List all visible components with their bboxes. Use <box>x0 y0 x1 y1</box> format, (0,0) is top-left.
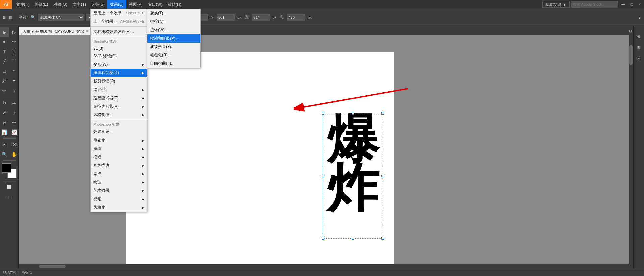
sel-handle-mr[interactable] <box>381 175 384 177</box>
sel-handle-br[interactable] <box>381 237 384 240</box>
menu-window[interactable]: 窗口(W) <box>145 0 165 9</box>
sub-roughen[interactable]: 波纹效果(Z)... <box>147 43 200 51</box>
effect-path[interactable]: 路径(P) ▶ <box>91 86 147 94</box>
menu-file[interactable]: 文件(F) <box>13 0 32 9</box>
scissors-tools: ✂ ⌫ <box>0 140 19 149</box>
arc-tool[interactable]: ⌒ <box>9 57 19 66</box>
eraser-tool[interactable]: ⌫ <box>9 140 19 149</box>
effect-distort-ps[interactable]: 扭曲 ▶ <box>91 145 147 153</box>
column-graph-tool[interactable]: 📊 <box>0 127 9 137</box>
effect-convert-shape[interactable]: 转换为形状(V) ▶ <box>91 102 147 111</box>
menu-object[interactable]: 对象(O) <box>51 0 70 9</box>
effect-stylize-ps[interactable]: 风格化 ▶ <box>91 203 147 212</box>
doc-effects-settings[interactable]: 文档栅格效果设置(E)... <box>91 27 147 36</box>
apply-last-effect[interactable]: 应用上一个效果 Shift+Ctrl+E <box>91 9 147 17</box>
menu-effects[interactable]: 效果(C) <box>107 0 126 9</box>
w-input[interactable] <box>252 14 270 21</box>
arrange-btn[interactable]: ⊞ <box>1 13 7 21</box>
sel-handle-tm[interactable] <box>352 112 354 115</box>
effect-svg[interactable]: SVG 滤镜(G) <box>91 52 147 60</box>
workspace-selector[interactable]: 基本功能 ▼ <box>542 1 570 8</box>
y-input[interactable] <box>217 14 235 21</box>
adobe-stock-search[interactable] <box>571 1 618 8</box>
brush-tool[interactable]: 🖌 <box>0 76 9 86</box>
area-type-tool[interactable]: T̲ <box>9 47 19 56</box>
effect-distort[interactable]: 扭曲和变换(D) ▶ <box>91 69 147 77</box>
menu-help[interactable]: 帮助(H) <box>165 0 184 9</box>
additional-tools-btn[interactable]: ⋯ <box>5 192 14 202</box>
effect-stylize[interactable]: 风格化(S) ▶ <box>91 111 147 119</box>
selection-tool[interactable]: ▶ <box>0 27 9 37</box>
more-options-btn[interactable]: ⋮ <box>636 13 643 21</box>
sub-twist[interactable]: 扭拧(K)... <box>147 17 200 26</box>
doc-tab[interactable]: 大董.ai @ 66.67% (CMYK/GPU 预览) × <box>19 27 92 35</box>
close-button[interactable]: × <box>636 0 643 9</box>
type-tool[interactable]: T <box>0 47 9 56</box>
rotate-tool[interactable]: ↻ <box>0 98 9 108</box>
hand-tool[interactable]: ✋ <box>9 150 19 159</box>
doc-tab-close[interactable]: × <box>86 27 88 35</box>
horizontal-scroll-thumb[interactable] <box>39 265 66 268</box>
font-family-select[interactable]: 思源黑体 CN <box>37 14 84 21</box>
effect-pathfinder[interactable]: 路径查找器(F) ▶ <box>91 94 147 102</box>
pencil-tools: ✏ ⌇ <box>0 86 19 95</box>
reflect-tool[interactable]: ⇔ <box>9 98 19 108</box>
sub-rotate[interactable]: 扭转(W)... <box>147 26 200 34</box>
warp-tool[interactable]: ⌀ <box>0 118 9 127</box>
sel-handle-tr[interactable] <box>381 112 384 115</box>
fill-color[interactable] <box>2 163 11 173</box>
puppet-warp-tool[interactable]: ⊹ <box>9 118 19 127</box>
effect-artistic[interactable]: 艺术效果 ▶ <box>91 186 147 195</box>
ellipse-tool[interactable]: ○ <box>9 66 19 76</box>
last-effect[interactable]: 上一个效果... Alt+Shift+Ctrl+E <box>91 17 147 26</box>
sel-handle-tl[interactable] <box>322 112 324 115</box>
sub-roughen2[interactable]: 粗糙化(R)... <box>147 51 200 59</box>
effect-texture[interactable]: 纹理 ▶ <box>91 178 147 186</box>
sel-handle-bm[interactable] <box>352 237 354 240</box>
minimize-button[interactable]: — <box>619 0 627 9</box>
pencil-tool[interactable]: ✏ <box>0 86 9 95</box>
effect-gallery[interactable]: 效果画廊... <box>91 128 147 136</box>
curvature-tool[interactable]: 〜 <box>9 37 19 47</box>
sub-free-distort[interactable]: 自由扭曲(F)... <box>147 59 200 68</box>
menu-text[interactable]: 文字(T) <box>70 0 89 9</box>
sub-transform[interactable]: 变换(T)... <box>147 9 200 17</box>
sub-pucker-bloat[interactable]: 收缩和膨胀(P)... <box>147 34 200 43</box>
line-tool[interactable]: ╱ <box>0 57 9 66</box>
horizontal-scrollbar[interactable] <box>19 264 629 269</box>
scale-tool[interactable]: ⤢ <box>0 108 9 117</box>
effect-video[interactable]: 视频 ▶ <box>91 195 147 203</box>
effect-crop-marks[interactable]: 裁剪标记(O) <box>91 77 147 86</box>
maximize-button[interactable]: □ <box>629 0 635 9</box>
sel-handle-bl[interactable] <box>322 237 324 240</box>
vertical-scroll-thumb[interactable] <box>629 45 633 65</box>
effect-blur[interactable]: 模糊 ▶ <box>91 153 147 161</box>
zoom-tool[interactable]: 🔍 <box>0 150 9 159</box>
scissors-tool[interactable]: ✂ <box>0 140 9 149</box>
shear-tool[interactable]: ⌇ <box>9 108 19 117</box>
library-panel-btn[interactable]: 库 <box>635 50 643 58</box>
chinese-text-element[interactable]: 爆 炸 <box>323 113 383 239</box>
layers-panel-btn[interactable]: 图层 <box>635 39 643 48</box>
pen-tool[interactable]: ✒ <box>0 37 9 47</box>
effect-3d[interactable]: 3D(3) <box>91 45 147 52</box>
effect-pixelate[interactable]: 像素化 ▶ <box>91 136 147 145</box>
effect-sketch[interactable]: 素描 ▶ <box>91 170 147 178</box>
effect-transform[interactable]: 变形(W) ▶ <box>91 60 147 69</box>
change-screen-mode-btn[interactable]: ⬜ <box>5 182 14 192</box>
menu-select[interactable]: 选择(S) <box>89 0 107 9</box>
arrange-docs-btn[interactable]: ⊟ <box>628 27 633 35</box>
blob-brush-tool[interactable]: ✦ <box>9 76 19 86</box>
sort-btn[interactable]: ▤ <box>8 13 14 21</box>
properties-panel-btn[interactable]: 属性 <box>635 28 643 37</box>
menu-view[interactable]: 视图(V) <box>126 0 145 9</box>
effect-brush-stroke[interactable]: 画笔描边 ▶ <box>91 161 147 170</box>
h-input[interactable] <box>287 14 305 21</box>
direct-select-tool[interactable]: ▷ <box>9 27 19 37</box>
menu-edit[interactable]: 编辑(E) <box>32 0 51 9</box>
rect-tool[interactable]: □ <box>0 66 9 76</box>
smooth-tool[interactable]: ⌇ <box>9 86 19 95</box>
vertical-scrollbar[interactable] <box>629 35 633 269</box>
sel-handle-ml[interactable] <box>322 175 324 177</box>
bar-graph-tool[interactable]: 📈 <box>9 127 19 137</box>
